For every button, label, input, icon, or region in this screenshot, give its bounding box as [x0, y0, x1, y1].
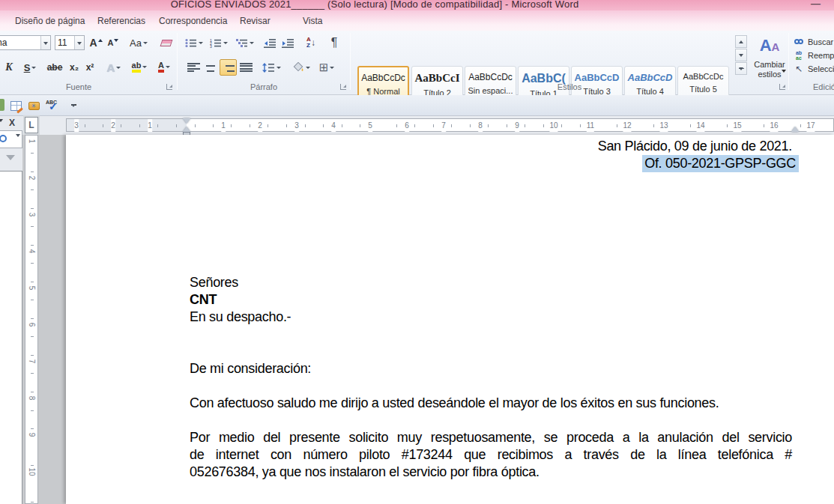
underline-icon: S: [24, 62, 31, 73]
ruler-number: 10: [28, 468, 36, 476]
align-right-button[interactable]: [220, 59, 237, 76]
subscript-button[interactable]: x₂: [67, 59, 82, 76]
ruler-number: 3: [74, 119, 79, 132]
minimize-button[interactable]: —: [811, 0, 821, 9]
font-color-button[interactable]: A: [153, 58, 175, 76]
change-styles-label-1[interactable]: Cambiar: [747, 60, 792, 69]
highlight-button[interactable]: ab: [127, 58, 151, 76]
title-bar[interactable]: OFICIOS ENVIADOS 2021______ (Solo lectur…: [0, 0, 834, 10]
multilevel-list-button[interactable]: [233, 34, 257, 51]
tab-revisar[interactable]: Revisar: [237, 14, 274, 28]
show-marks-button[interactable]: ¶: [325, 34, 343, 52]
tab-correspondencia[interactable]: Correspondencia: [156, 14, 230, 28]
ruler-number: 8: [478, 119, 483, 132]
ribbon-tab-row: Diseño de página Referencias Corresponde…: [0, 10, 834, 31]
change-styles-button[interactable]: AA: [752, 34, 787, 59]
letter-recipient-3: En su despacho.-: [190, 309, 792, 326]
sort-button[interactable]: A Z ↓: [301, 34, 321, 51]
text-effects-button[interactable]: A: [103, 59, 124, 76]
first-line-indent-marker[interactable]: [183, 118, 190, 124]
change-styles-label-2[interactable]: estilos: [747, 70, 792, 79]
font-size-value: 11: [58, 37, 67, 48]
increase-indent-icon: [282, 38, 294, 48]
tab-referencias[interactable]: Referencias: [94, 14, 148, 28]
font-name-value: oma: [0, 37, 7, 48]
hanging-indent-marker[interactable]: [183, 127, 190, 132]
ruler-number: 2: [28, 174, 36, 182]
styles-scroll-up-button[interactable]: [735, 35, 747, 48]
increase-indent-button[interactable]: [279, 34, 296, 51]
bullets-button[interactable]: [184, 34, 205, 51]
font-size-combo[interactable]: 11: [55, 35, 85, 50]
grow-font-button[interactable]: A: [88, 34, 104, 51]
ruler-number: 6: [405, 119, 409, 132]
spellcheck-icon: ABC ✓: [46, 100, 59, 112]
pane-menu-icon[interactable]: [0, 119, 3, 122]
decrease-indent-button[interactable]: [262, 34, 278, 51]
line-spacing-button[interactable]: [260, 59, 282, 76]
align-right-icon: [222, 63, 235, 72]
strikethrough-button[interactable]: abe: [43, 59, 66, 76]
clear-formatting-button[interactable]: [157, 34, 175, 51]
editing-group-label: Edició: [779, 82, 834, 91]
open-folder-button[interactable]: ✳: [26, 99, 41, 112]
select-arrow-icon: ↖: [793, 64, 805, 74]
numbering-button[interactable]: 1 2 3: [208, 34, 230, 51]
ruler-number: 7: [441, 119, 446, 132]
styles-gallery-more-button[interactable]: [735, 62, 747, 75]
chevron-down-icon[interactable]: [40, 36, 50, 49]
selected-text[interactable]: Of. 050-2021-GPSP-GGC: [642, 155, 799, 172]
pane-close-button[interactable]: X: [9, 118, 15, 128]
font-name-combo[interactable]: oma: [0, 35, 51, 50]
italic-button[interactable]: K: [1, 59, 16, 76]
v-ruler[interactable]: 12345678910: [25, 135, 38, 504]
justify-button[interactable]: [238, 59, 254, 76]
draw-table-button[interactable]: [8, 99, 23, 112]
superscript-button[interactable]: x²: [82, 59, 97, 76]
underline-button[interactable]: S: [19, 59, 40, 76]
pane-content[interactable]: [0, 171, 22, 504]
h-ruler[interactable]: 3211234567891011121314151617: [66, 118, 834, 132]
find-button[interactable]: Buscar: [793, 35, 834, 48]
ruler-ticks: [31, 136, 34, 503]
change-case-icon: Aa: [130, 37, 142, 49]
change-case-button[interactable]: Aa: [127, 34, 150, 51]
font-dialog-launcher[interactable]: [166, 84, 172, 90]
ribbon: oma 11 A A Aa K S abe x₂: [0, 31, 834, 95]
ruler-number: 4: [331, 119, 336, 132]
letter-body-line-1: Por medio del presente solicito muy resp…: [190, 429, 792, 446]
tab-stop-selector[interactable]: L: [25, 117, 38, 133]
cropped-toolbar-icon[interactable]: [0, 99, 4, 111]
select-button[interactable]: ↖ Selecci: [793, 62, 834, 75]
strikethrough-icon: abe: [47, 62, 63, 73]
tab-diseno-de-pagina[interactable]: Diseño de página: [12, 14, 88, 28]
replace-button[interactable]: ab ac Reemp: [793, 49, 834, 61]
superscript-icon: x²: [86, 62, 94, 73]
spelling-grammar-button[interactable]: ABC ✓: [45, 99, 60, 112]
ruler-number: 6: [28, 321, 36, 329]
chevron-down-icon[interactable]: [74, 36, 84, 49]
shading-button[interactable]: [290, 59, 312, 76]
ruler-number: 5: [368, 119, 372, 132]
shrink-font-button[interactable]: A: [105, 34, 121, 51]
paragraph-dialog-launcher[interactable]: [340, 84, 346, 90]
align-left-button[interactable]: [185, 59, 202, 76]
chevron-down-icon[interactable]: [16, 134, 20, 137]
ruler-number: 1: [28, 138, 36, 145]
pane-search-combo[interactable]: [0, 130, 22, 148]
highlight-icon: ab: [132, 61, 142, 73]
align-left-icon: [187, 63, 200, 72]
customize-qat-button[interactable]: [66, 99, 81, 112]
ruler-number: 3: [294, 119, 299, 132]
styles-scroll-down-button[interactable]: [735, 49, 747, 61]
right-indent-marker[interactable]: [791, 127, 799, 132]
ruler-ticks: [67, 124, 833, 127]
ruler-row: L 3211234567891011121314151617: [0, 116, 834, 135]
borders-button[interactable]: ⊞: [315, 59, 339, 76]
document-page[interactable]: San Plácido, 09 de junio de 2021. Of. 05…: [66, 135, 834, 504]
align-center-button[interactable]: [202, 59, 219, 76]
ruler-number: 7: [28, 358, 36, 365]
tab-vista[interactable]: Vista: [300, 14, 325, 28]
pane-next-arrow[interactable]: [6, 155, 15, 160]
numbering-icon: 1 2 3: [210, 38, 222, 48]
